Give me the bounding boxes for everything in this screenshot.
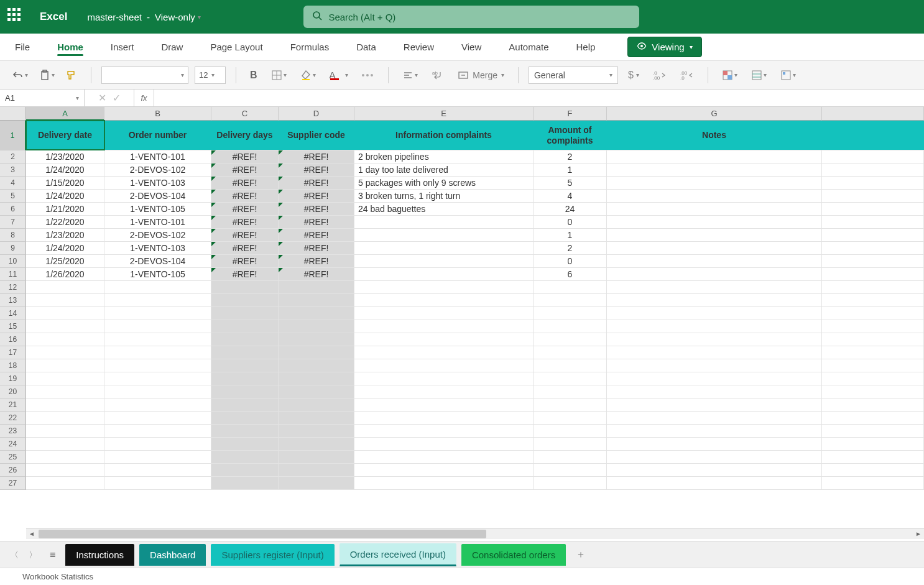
cell[interactable]: [354, 372, 534, 385]
cell[interactable]: #REF!: [211, 177, 279, 189]
cell[interactable]: Delivery days: [211, 121, 279, 150]
cell[interactable]: [211, 451, 279, 463]
cells-area[interactable]: Delivery dateOrder numberDelivery daysSu…: [26, 121, 924, 539]
cell[interactable]: 4: [534, 190, 607, 202]
cell[interactable]: 1-VENTO-103: [104, 242, 211, 254]
scroll-right-icon[interactable]: ►: [913, 528, 924, 540]
cell[interactable]: [607, 242, 822, 254]
sheet-nav-next[interactable]: 〉: [26, 547, 40, 563]
cell[interactable]: Amount of complaints: [534, 121, 607, 150]
cancel-formula-icon[interactable]: ✕: [98, 92, 106, 104]
row-header-7[interactable]: 7: [0, 216, 26, 229]
cell[interactable]: [211, 398, 279, 411]
cell[interactable]: #REF!: [211, 203, 279, 215]
currency-button[interactable]: $▾: [624, 67, 643, 83]
viewing-mode-button[interactable]: Viewing ▾: [627, 37, 701, 57]
cell[interactable]: [822, 320, 924, 333]
cell[interactable]: #REF!: [279, 216, 354, 228]
cell[interactable]: Order number: [104, 121, 211, 150]
cell[interactable]: 1/24/2020: [26, 164, 104, 176]
cell[interactable]: [211, 425, 279, 437]
cell[interactable]: [607, 359, 822, 372]
row-header-9[interactable]: 9: [0, 242, 26, 255]
cell[interactable]: [104, 320, 211, 333]
sheet-nav-prev[interactable]: 〈: [7, 547, 21, 563]
row-header-13[interactable]: 13: [0, 294, 26, 307]
all-sheets-button[interactable]: ≡: [45, 547, 60, 563]
cell[interactable]: [607, 346, 822, 359]
col-header-a[interactable]: A: [26, 107, 104, 121]
conditional-format-button[interactable]: ▾: [718, 67, 741, 83]
cell[interactable]: Supplier code: [279, 121, 354, 150]
cell[interactable]: [354, 281, 534, 293]
cell[interactable]: 0: [534, 216, 607, 228]
cell[interactable]: [822, 190, 924, 202]
cell[interactable]: [211, 464, 279, 476]
row-header-19[interactable]: 19: [0, 372, 26, 385]
cell[interactable]: #REF!: [279, 190, 354, 202]
cell[interactable]: #REF!: [211, 255, 279, 267]
cell[interactable]: [607, 203, 822, 215]
row-header-25[interactable]: 25: [0, 451, 26, 464]
cell[interactable]: #REF!: [211, 268, 279, 280]
cell[interactable]: #REF!: [279, 150, 354, 163]
cell[interactable]: [354, 398, 534, 411]
cell[interactable]: [607, 412, 822, 424]
cell[interactable]: [822, 333, 924, 346]
cell[interactable]: [822, 242, 924, 254]
select-all-corner[interactable]: [0, 107, 26, 121]
cell[interactable]: 1/22/2020: [26, 216, 104, 228]
cell[interactable]: [354, 425, 534, 437]
format-painter-button[interactable]: [62, 67, 81, 83]
cell[interactable]: 1 day too late delivered: [354, 164, 534, 176]
cell[interactable]: [822, 451, 924, 463]
cell[interactable]: [822, 294, 924, 306]
cell[interactable]: [279, 425, 354, 437]
cell[interactable]: [26, 333, 104, 346]
cell[interactable]: #REF!: [211, 242, 279, 254]
cell[interactable]: [607, 333, 822, 346]
cell[interactable]: 1-VENTO-103: [104, 177, 211, 189]
cell[interactable]: [534, 281, 607, 293]
cell[interactable]: 1: [534, 229, 607, 241]
format-table-button[interactable]: ▾: [747, 67, 770, 83]
cell[interactable]: [607, 307, 822, 320]
tab-home[interactable]: Home: [50, 35, 91, 58]
row-header-14[interactable]: 14: [0, 307, 26, 320]
cell[interactable]: [607, 464, 822, 476]
font-family-select[interactable]: ▾: [101, 67, 188, 84]
cell[interactable]: [822, 412, 924, 424]
cell[interactable]: [279, 359, 354, 372]
cell[interactable]: [607, 268, 822, 280]
cell[interactable]: [26, 477, 104, 489]
cell[interactable]: 2-DEVOS-102: [104, 164, 211, 176]
row-header-26[interactable]: 26: [0, 464, 26, 477]
row-header-27[interactable]: 27: [0, 477, 26, 490]
cell[interactable]: 5: [534, 177, 607, 189]
sheet-tab-consolidated[interactable]: Consolidated orders: [461, 544, 566, 566]
cell[interactable]: [279, 398, 354, 411]
row-header-23[interactable]: 23: [0, 425, 26, 438]
cell[interactable]: 24 bad baguettes: [354, 203, 534, 215]
cell[interactable]: [534, 412, 607, 424]
cell-styles-button[interactable]: ▾: [777, 67, 800, 83]
cell[interactable]: [279, 320, 354, 333]
cell[interactable]: [607, 177, 822, 189]
cell[interactable]: [104, 385, 211, 398]
cell[interactable]: Information complaints: [354, 121, 534, 150]
row-header-22[interactable]: 22: [0, 412, 26, 425]
cell[interactable]: 2-DEVOS-102: [104, 229, 211, 241]
cell[interactable]: 1/21/2020: [26, 203, 104, 215]
cell[interactable]: [211, 294, 279, 306]
row-header-18[interactable]: 18: [0, 359, 26, 372]
tab-draw[interactable]: Draw: [154, 35, 190, 58]
cell[interactable]: [534, 294, 607, 306]
cell[interactable]: [822, 385, 924, 398]
cell[interactable]: [607, 164, 822, 176]
cell[interactable]: [822, 150, 924, 163]
cell[interactable]: [354, 320, 534, 333]
cell[interactable]: [104, 333, 211, 346]
cell[interactable]: [26, 451, 104, 463]
cell[interactable]: #REF!: [211, 229, 279, 241]
search-box[interactable]: [303, 6, 639, 28]
